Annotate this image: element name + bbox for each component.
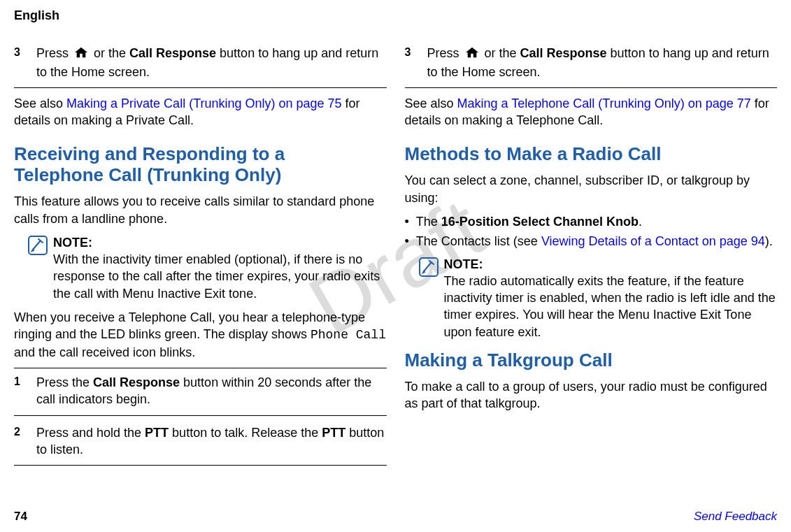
see-also-left: See also Making a Private Call (Trunking… <box>14 95 387 129</box>
two-column-layout: 3 Press or the Call Response button to h… <box>14 39 777 471</box>
text: The Contacts list (see <box>416 234 541 248</box>
send-feedback-link[interactable]: Send Feedback <box>694 509 777 525</box>
text: and the call received icon blinks. <box>14 345 195 359</box>
text: Press <box>36 46 72 60</box>
bold-text: Call Response <box>93 375 180 389</box>
note-body: NOTE: With the inactivity timer enabled … <box>53 234 387 302</box>
page-number: 74 <box>14 509 27 525</box>
step-text: Press the Call Response button within 20… <box>36 374 387 408</box>
paragraph: To make a call to a group of users, your… <box>405 378 778 412</box>
paragraph: You can select a zone, channel, subscrib… <box>405 172 778 206</box>
step-text: Press and hold the PTT button to talk. R… <box>36 424 387 459</box>
note-icon <box>28 236 48 302</box>
bullet-item: The Contacts list (see Viewing Details o… <box>405 233 778 250</box>
text: ). <box>765 234 773 248</box>
page-footer: 74 Send Feedback <box>14 509 777 525</box>
text: Press and hold the <box>36 426 145 440</box>
bullet-list: The 16-Position Select Channel Knob. The… <box>405 213 778 250</box>
heading-methods: Methods to Make a Radio Call <box>405 144 778 165</box>
note-icon <box>419 257 439 340</box>
step-text: Press or the Call Response button to han… <box>36 45 387 80</box>
bold-text: PTT <box>145 426 169 440</box>
step-1-left: 1 Press the Call Response button within … <box>14 368 387 416</box>
step-number: 3 <box>405 45 418 80</box>
mono-text: Phone Call <box>311 328 386 342</box>
text: button to talk. Release the <box>169 426 322 440</box>
text: or the <box>90 46 129 60</box>
paragraph: When you receive a Telephone Call, you h… <box>14 309 387 361</box>
home-icon <box>464 46 480 63</box>
see-also-right: See also Making a Telephone Call (Trunki… <box>405 95 778 129</box>
text: See also <box>14 96 66 110</box>
note-block-left: NOTE: With the inactivity timer enabled … <box>28 234 387 302</box>
link-private-call[interactable]: Making a Private Call (Trunking Only) on… <box>66 96 342 110</box>
bold-text: 16-Position Select Channel Knob <box>441 215 639 229</box>
step-2-left: 2 Press and hold the PTT button to talk.… <box>14 422 387 466</box>
note-text: With the inactivity timer enabled (optio… <box>53 251 387 302</box>
right-column: 3 Press or the Call Response button to h… <box>405 39 778 471</box>
step-text: Press or the Call Response button to han… <box>427 45 778 80</box>
link-telephone-call[interactable]: Making a Telephone Call (Trunking Only) … <box>457 96 751 110</box>
heading-talkgroup: Making a Talkgroup Call <box>405 350 778 371</box>
home-icon <box>73 46 89 63</box>
page-header-language: English <box>14 7 777 24</box>
text: Press the <box>36 375 93 389</box>
bullet-item: The 16-Position Select Channel Knob. <box>405 213 778 230</box>
heading-line-1: Receiving and Responding to a <box>14 143 285 164</box>
bold-text: Call Response <box>520 46 607 60</box>
text: Press <box>427 46 463 60</box>
bold-text: PTT <box>322 426 345 440</box>
step-number: 2 <box>14 424 27 459</box>
note-block-right: NOTE: The radio automatically exits the … <box>419 256 778 340</box>
heading-receiving-responding: Receiving and Responding to a Telephone … <box>14 144 387 186</box>
step-3-left: 3 Press or the Call Response button to h… <box>14 42 387 88</box>
text: See also <box>405 96 457 110</box>
note-label: NOTE: <box>444 256 778 273</box>
note-body: NOTE: The radio automatically exits the … <box>444 256 778 340</box>
bold-text: Call Response <box>129 46 216 60</box>
step-3-right: 3 Press or the Call Response button to h… <box>405 42 778 88</box>
step-number: 3 <box>14 45 27 80</box>
text: or the <box>481 46 520 60</box>
paragraph: This feature allows you to receive calls… <box>14 193 387 227</box>
text: The <box>416 215 441 229</box>
note-text: The radio automatically exits the featur… <box>444 273 778 340</box>
heading-line-2: Telephone Call (Trunking Only) <box>14 164 281 185</box>
left-column: 3 Press or the Call Response button to h… <box>14 39 387 471</box>
note-label: NOTE: <box>53 234 387 251</box>
link-viewing-contact[interactable]: Viewing Details of a Contact on page 94 <box>541 234 765 248</box>
step-number: 1 <box>14 374 27 408</box>
text: . <box>639 215 642 229</box>
